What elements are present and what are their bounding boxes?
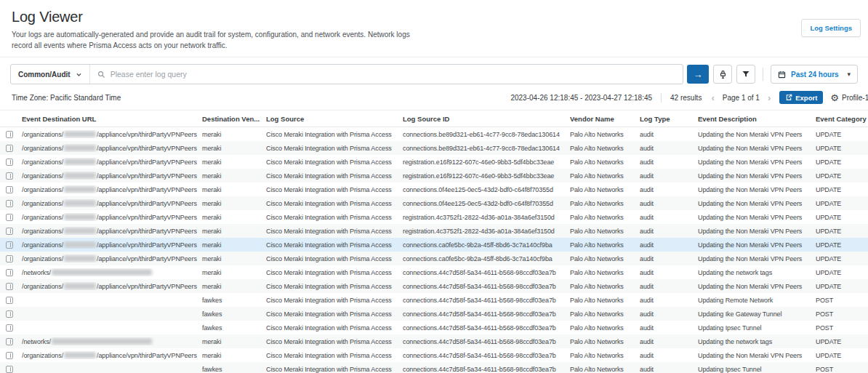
open-details-panel-icon[interactable] [6, 200, 13, 207]
column-header-log-source[interactable]: Log Source [266, 115, 403, 123]
open-details-panel-icon[interactable] [6, 255, 13, 262]
cell-log-source-id: connections.44c7d58f-5a34-4611-b568-98cc… [403, 352, 570, 359]
cell-event-description: Updating the Non Meraki VPN Peers [698, 283, 816, 290]
table-row[interactable]: /organizations//appliance/vpn/thirdParty… [0, 210, 868, 224]
open-details-panel-icon[interactable] [6, 145, 13, 152]
open-details-panel-icon[interactable] [6, 310, 13, 318]
table-row[interactable]: /networks/ meraki Cisco Meraki Integrati… [0, 265, 868, 279]
table-row[interactable]: /organizations//appliance/vpn/thirdParty… [0, 155, 868, 169]
open-details-panel-icon[interactable] [6, 338, 13, 345]
cell-event-description: Updating the Non Meraki VPN Peers [698, 241, 816, 249]
time-range-selector[interactable]: Past 24 hours ▾ [771, 65, 858, 84]
cell-event-category: UPDATE [816, 255, 868, 262]
cell-row-actions [0, 338, 22, 345]
open-details-panel-icon[interactable] [6, 269, 13, 276]
cell-log-type: audit [640, 324, 698, 332]
cell-log-type: audit [640, 255, 698, 262]
cell-event-description: Updating the Non Meraki VPN Peers [698, 352, 816, 359]
table-row[interactable]: fawkes Cisco Meraki Integration with Pri… [0, 321, 868, 334]
cell-event-category: POST [816, 366, 868, 373]
open-details-panel-icon[interactable] [6, 228, 13, 235]
funnel-icon [742, 70, 750, 79]
cell-event-description: Updating Ipsec Tunnel [698, 324, 816, 332]
cell-vendor-name: Palo Alto Networks [570, 200, 640, 207]
profile-label[interactable]: Profile-1 [842, 94, 868, 102]
open-details-panel-icon[interactable] [6, 366, 13, 373]
cell-log-type: audit [640, 338, 698, 345]
run-query-button[interactable]: → [687, 65, 709, 84]
table-row[interactable]: /networks/ meraki Cisco Meraki Integrati… [0, 334, 868, 348]
table-row[interactable]: /organizations//appliance/vpn/thirdParty… [0, 279, 868, 293]
cell-destination-vendor: meraki [202, 269, 266, 276]
cell-row-actions [0, 159, 22, 166]
open-details-panel-icon[interactable] [6, 131, 13, 138]
page-indicator: Page 1 of 1 [723, 94, 760, 102]
redacted-blur [64, 255, 96, 262]
table-row[interactable]: /organizations//appliance/vpn/thirdParty… [0, 169, 868, 183]
cell-event-category: UPDATE [816, 228, 868, 235]
redacted-blur [64, 186, 96, 193]
chevron-down-icon [76, 71, 82, 78]
cell-row-actions [0, 200, 22, 207]
cell-destination-vendor: meraki [202, 145, 266, 152]
cell-vendor-name: Palo Alto Networks [570, 324, 640, 332]
open-details-panel-icon[interactable] [6, 241, 13, 249]
redacted-blur [52, 269, 152, 276]
column-header-log-source-id[interactable]: Log Source ID [403, 115, 570, 123]
cell-vendor-name: Palo Alto Networks [570, 186, 640, 193]
open-details-panel-icon[interactable] [6, 324, 13, 332]
cell-event-destination-url: /organizations//appliance/vpn/thirdParty… [22, 158, 202, 166]
cell-event-destination-url: /organizations//appliance/vpn/thirdParty… [22, 241, 202, 249]
cell-log-source-id: connections.44c7d58f-5a34-4611-b568-98cc… [403, 283, 570, 290]
open-details-panel-icon[interactable] [6, 214, 13, 221]
open-details-panel-icon[interactable] [6, 186, 13, 193]
search-icon [97, 71, 105, 79]
cell-event-category: POST [816, 310, 868, 318]
table-row[interactable]: /organizations//appliance/vpn/thirdParty… [0, 224, 868, 238]
table-row[interactable]: /organizations//appliance/vpn/thirdParty… [0, 183, 868, 196]
next-page-button[interactable]: › [768, 92, 771, 103]
open-details-panel-icon[interactable] [6, 352, 13, 359]
table-row[interactable]: /organizations//appliance/vpn/thirdParty… [0, 196, 868, 210]
table-row[interactable]: /organizations//appliance/vpn/thirdParty… [0, 141, 868, 155]
log-query-input[interactable]: Please enter log query [90, 70, 683, 79]
filter-button[interactable] [736, 65, 755, 84]
cell-event-description: Updating the Non Meraki VPN Peers [698, 186, 816, 193]
table-row[interactable]: fawkes Cisco Meraki Integration with Pri… [0, 362, 868, 373]
column-header-event-category[interactable]: Event Category [816, 115, 868, 123]
cell-event-destination-url: /organizations//appliance/vpn/thirdParty… [22, 282, 202, 290]
profile-settings-gear-icon[interactable]: ⚙ [830, 93, 839, 103]
cell-log-source: Cisco Meraki Integration with Prisma Acc… [266, 283, 403, 290]
cell-vendor-name: Palo Alto Networks [570, 241, 640, 249]
table-row[interactable]: /organizations//appliance/vpn/thirdParty… [0, 348, 868, 362]
table-body: /organizations//appliance/vpn/thirdParty… [0, 127, 868, 373]
open-details-panel-icon[interactable] [6, 297, 13, 304]
cell-destination-vendor: meraki [202, 255, 266, 262]
pinned-query-button[interactable] [713, 65, 732, 84]
export-button[interactable]: Export [779, 91, 823, 104]
open-details-panel-icon[interactable] [6, 283, 13, 290]
log-settings-button[interactable]: Log Settings [801, 19, 861, 37]
table-row[interactable]: /organizations//appliance/vpn/thirdParty… [0, 238, 868, 252]
table-row[interactable]: /organizations//appliance/vpn/thirdParty… [0, 252, 868, 265]
column-header-destination-vendor[interactable]: Destination Ven... [202, 115, 266, 123]
column-header-event-description[interactable]: Event Description [698, 115, 816, 123]
column-header-log-type[interactable]: Log Type [640, 115, 698, 123]
redacted-blur [64, 145, 96, 151]
redacted-blur [64, 200, 96, 206]
open-details-panel-icon[interactable] [6, 159, 13, 166]
prev-page-button[interactable]: ‹ [711, 92, 714, 103]
cell-log-type: audit [640, 310, 698, 318]
column-header-event-destination-url[interactable]: Event Destination URL [22, 115, 202, 123]
cell-event-destination-url: /organizations//appliance/vpn/thirdParty… [22, 130, 202, 138]
cell-log-type: audit [640, 269, 698, 276]
table-row[interactable]: fawkes Cisco Meraki Integration with Pri… [0, 307, 868, 321]
cell-vendor-name: Palo Alto Networks [570, 172, 640, 180]
table-row[interactable]: fawkes Cisco Meraki Integration with Pri… [0, 293, 868, 307]
cell-row-actions [0, 283, 22, 290]
cell-destination-vendor: meraki [202, 159, 266, 166]
table-row[interactable]: /organizations//appliance/vpn/thirdParty… [0, 127, 868, 141]
column-header-vendor-name[interactable]: Vendor Name [570, 115, 640, 123]
log-type-selector[interactable]: Common/Audit [11, 65, 90, 84]
open-details-panel-icon[interactable] [6, 172, 13, 180]
